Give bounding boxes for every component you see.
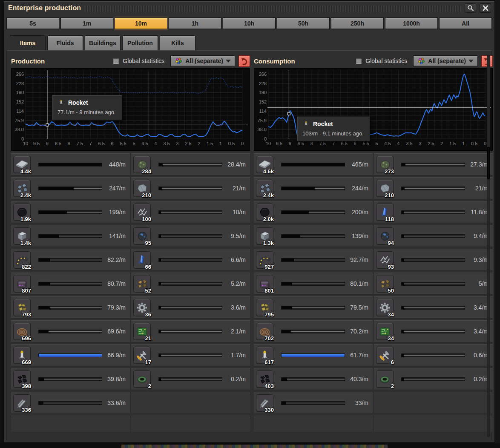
item-icon-button[interactable]: 52 [133,275,151,293]
item-icon-button[interactable]: 822 [13,251,31,269]
item-row-blue-crystal[interactable]: 11811.8/m [374,201,493,223]
item-row-coal-chunks[interactable]: 39839.8/m [11,368,130,390]
item-icon-button[interactable]: 403 [256,370,273,388]
item-icon-button[interactable]: 284 [133,156,151,173]
chart-plot[interactable]: 26622819015211475.938.00109.598.587.576.… [254,69,492,150]
chart-plot[interactable]: 26622819015211475.938.00109.598.587.576.… [11,69,250,150]
item-icon-button[interactable]: 17 [133,347,151,364]
time-range-10h[interactable]: 10h [223,17,276,29]
item-row-scrap[interactable]: 939.3/m [374,249,493,271]
reset-statistics-button[interactable] [239,55,250,67]
item-row-yellow-parts[interactable]: 79579.5/m [254,296,373,319]
item-row-seal-ring[interactable]: 20.2/m [374,368,493,390]
item-icon-button[interactable]: 1.4k [13,227,31,245]
item-icon-button[interactable]: 210 [376,180,394,197]
item-row-iron-ore[interactable]: 2.4k244/m [254,177,373,199]
item-row-gear[interactable]: 363.6/m [131,296,250,319]
item-row-stone[interactable]: 21021/m [374,177,493,199]
item-icon-button[interactable]: 273 [376,156,394,173]
consumption-chart[interactable]: 26622819015211475.938.00109.598.587.576.… [254,68,493,151]
item-row-rocket[interactable]: 61761.7/m [254,344,373,366]
item-icon-button[interactable]: 6 [376,347,394,364]
item-row-steel-beams[interactable]: 33033/m [254,392,373,414]
tab-pollution[interactable]: Pollution [122,35,158,50]
item-icon-button[interactable]: 2 [376,370,394,388]
item-icon-button[interactable]: 66 [133,251,151,269]
item-icon-button[interactable]: 36 [133,299,151,316]
time-range-50h[interactable]: 50h [277,17,330,29]
filter-dropdown[interactable]: All (separate) [170,55,235,67]
item-row-belt-coil[interactable]: 92792.7/m [254,249,373,271]
item-row-motor[interactable]: 80780.7/m [11,273,130,295]
item-row-metal-plate[interactable]: 4.6k465/m [254,153,373,175]
item-icon-button[interactable]: 696 [13,323,31,340]
item-icon-button[interactable]: 795 [256,299,273,316]
item-icon-button[interactable]: 94 [376,227,394,245]
item-row-blue-crystal[interactable]: 666.6/m [131,249,250,271]
time-range-10m[interactable]: 10m [115,17,167,29]
time-range-250h[interactable]: 250h [331,17,384,29]
item-icon-button[interactable]: 93 [376,251,394,269]
scrollbar-thumb[interactable] [487,147,490,179]
item-row-coal[interactable]: 2.0k200/m [254,201,373,223]
scrollbar[interactable] [487,55,490,437]
item-row-motor[interactable]: 80180.1/m [254,273,373,295]
item-row-iron-ore[interactable]: 2.4k247/m [11,177,130,199]
item-icon-button[interactable]: 2 [133,370,151,388]
item-row-repair-pack[interactable]: 60.6/m [374,344,493,366]
item-icon-button[interactable]: 927 [256,251,273,269]
item-row-metal-plate[interactable]: 4.4k448/m [11,153,130,175]
item-row-gear[interactable]: 343.4/m [374,296,493,319]
item-row-steel-block[interactable]: 1.4k141/m [11,225,130,247]
drag-handle[interactable] [84,6,461,12]
item-row-coal[interactable]: 1.9k199/m [11,201,130,223]
item-row-blue-ore[interactable]: 959.5/m [131,225,250,247]
item-icon-button[interactable]: 4.4k [13,156,31,173]
item-row-rocket[interactable]: 66966.9/m [11,344,130,366]
item-row-coal-chunks[interactable]: 40340.3/m [254,368,373,390]
global-statistics-checkbox[interactable] [356,58,362,64]
item-row-belt-coil[interactable]: 82282.2/m [11,249,130,271]
item-icon-button[interactable]: 793 [13,299,31,316]
item-icon-button[interactable]: 95 [133,227,151,245]
time-range-1000h[interactable]: 1000h [385,17,438,29]
time-range-all[interactable]: All [439,17,492,29]
item-icon-button[interactable]: 398 [13,370,31,388]
item-icon-button[interactable]: 801 [256,275,273,293]
item-icon-button[interactable]: 807 [13,275,31,293]
tab-items[interactable]: Items [10,35,46,51]
item-row-circuit-board[interactable]: 343.4/m [374,320,493,342]
tab-kills[interactable]: Kills [160,35,195,50]
item-row-repair-pack[interactable]: 171.7/m [131,344,250,366]
global-statistics-checkbox[interactable] [113,58,119,64]
item-icon-button[interactable]: 34 [376,299,394,316]
item-row-scrap[interactable]: 10010/m [131,201,250,223]
time-range-1h[interactable]: 1h [169,17,221,29]
item-icon-button[interactable]: 702 [256,323,273,340]
item-icon-button[interactable]: 50 [376,275,394,293]
item-row-seal-ring[interactable]: 20.2/m [131,368,250,390]
item-icon-button[interactable]: 330 [256,394,273,412]
item-row-blue-ore[interactable]: 949.4/m [374,225,493,247]
item-icon-button[interactable]: 2.4k [256,180,273,197]
search-button[interactable] [465,3,476,13]
item-row-steel-block[interactable]: 1.3k139/m [254,225,373,247]
item-icon-button[interactable]: 1.3k [256,227,273,245]
item-icon-button[interactable]: 2.4k [13,180,31,197]
item-row-ore-chunks[interactable]: 505/m [374,273,493,295]
item-row-steel-beams[interactable]: 33633.6/m [11,392,130,414]
time-range-1m[interactable]: 1m [60,17,113,29]
item-icon-button[interactable]: 34 [376,323,394,340]
item-icon-button[interactable]: 21 [133,323,151,340]
filter-dropdown[interactable]: All (separate) [413,55,478,67]
item-row-copper-cable[interactable]: 69669.6/m [11,320,130,342]
close-button[interactable] [480,3,491,13]
item-row-ore-chunks[interactable]: 525.2/m [131,273,250,295]
item-icon-button[interactable]: 1.9k [13,204,31,221]
item-icon-button[interactable]: 669 [13,347,31,364]
tab-fluids[interactable]: Fluids [47,35,83,50]
item-icon-button[interactable]: 118 [376,204,394,221]
item-row-green-ore[interactable]: 28428.4/m [131,153,250,175]
time-range-5s[interactable]: 5s [6,17,59,29]
item-icon-button[interactable]: 100 [133,204,151,221]
